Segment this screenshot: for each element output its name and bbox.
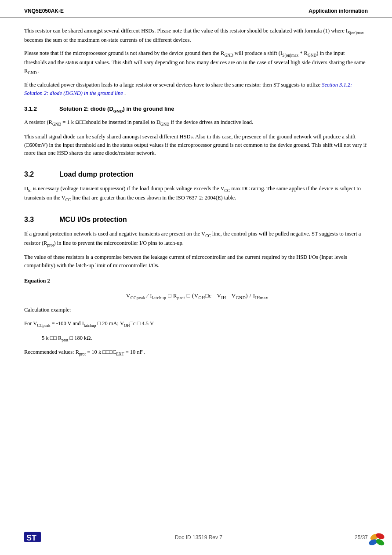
section-33-heading: 3.3 MCU I/Os protection — [24, 216, 368, 224]
calc-line1-text: For VCCpeak = -100 V and Ilatchup □ 20 m… — [24, 320, 154, 326]
content: This resistor can be shared amongst seve… — [0, 18, 392, 389]
para3-text: If the calculated power dissipation lead… — [24, 82, 322, 88]
paragraph-2: Please note that if the microprocessor g… — [24, 49, 368, 76]
para6-text: Dld is necessary (voltage transient supp… — [24, 185, 361, 201]
subsection-312-num: 3.1.2 — [24, 105, 59, 112]
equation-text: -VCCpeak ∕ Ilatchup □ Rprot □ (VOH□c - V… — [124, 292, 268, 299]
st-logo-svg: ST — [24, 531, 43, 544]
section-32-num: 3.2 — [24, 170, 59, 178]
para8-text: The value of these resistors is a compro… — [24, 254, 347, 268]
paragraph-8: The value of these resistors is a compro… — [24, 253, 368, 270]
footer: ST Doc ID 13519 Rev 7 25/37 — [0, 531, 392, 544]
calc-line2: 5 k □□ Rprot □ 180 kΩ. — [24, 334, 368, 343]
section-32-heading: 3.2 Load dump protection — [24, 170, 368, 178]
section-32-title: Load dump protection — [59, 170, 134, 178]
svg-text:ST: ST — [26, 533, 36, 542]
equation-block: -VCCpeak ∕ Ilatchup □ Rprot □ (VOH□c - V… — [24, 292, 368, 300]
st-logo: ST — [24, 531, 43, 544]
para1-text: This resistor can be shared amongst seve… — [24, 28, 364, 43]
para4-text: A resistor (RGND = 1 k Ω□□should be inse… — [24, 119, 253, 125]
footer-doc-id: Doc ID 13519 Rev 7 — [175, 534, 222, 540]
calc-line3: Recommended values: Rprot = 10 k □□□CEXT… — [24, 348, 368, 357]
header-left: VNQ5E050AK-E — [24, 8, 64, 14]
equation-label: Equation 2 — [24, 278, 368, 284]
svg-point-3 — [375, 532, 385, 540]
paragraph-1: This resistor can be shared amongst seve… — [24, 27, 368, 44]
corner-logo-svg — [368, 532, 388, 547]
paragraph-5: This small signal diode can be safely sh… — [24, 133, 368, 157]
section-33-num: 3.3 — [24, 216, 59, 224]
paragraph-3: If the calculated power dissipation lead… — [24, 81, 368, 98]
para2-text: Please note that if the microprocessor g… — [24, 50, 366, 73]
para3-period: . — [123, 90, 126, 96]
section-33-title: MCU I/Os protection — [59, 216, 127, 224]
calc-label-text: Calculation example: — [24, 307, 71, 313]
page: VNQ5E050AK-E Application information Thi… — [0, 0, 392, 555]
paragraph-4: A resistor (RGND = 1 k Ω□□should be inse… — [24, 118, 368, 127]
paragraph-7: If a ground protection network is used a… — [24, 230, 368, 248]
calc-line1: For VCCpeak = -100 V and Ilatchup □ 20 m… — [24, 319, 368, 329]
subsection-312-heading: 3.1.2 Solution 2: diode (DGND) in the gr… — [24, 105, 368, 113]
subsection-312-title: Solution 2: diode (DGND) in the ground l… — [59, 105, 174, 113]
calc-line3-text: Recommended values: Rprot = 10 k □□□CEXT… — [24, 349, 145, 355]
header: VNQ5E050AK-E Application information — [0, 0, 392, 18]
header-right: Application information — [309, 8, 368, 14]
para5-text: This small signal diode can be safely sh… — [24, 134, 367, 156]
corner-logo — [368, 532, 388, 547]
paragraph-6: Dld is necessary (voltage transient supp… — [24, 185, 368, 203]
footer-page-num: 25/37 — [355, 534, 368, 540]
para7-text: If a ground protection network is used a… — [24, 231, 361, 246]
calc-label: Calculation example: — [24, 306, 368, 314]
svg-point-5 — [375, 538, 385, 547]
calc-line2-text: 5 k □□ Rprot □ 180 kΩ. — [42, 335, 92, 341]
